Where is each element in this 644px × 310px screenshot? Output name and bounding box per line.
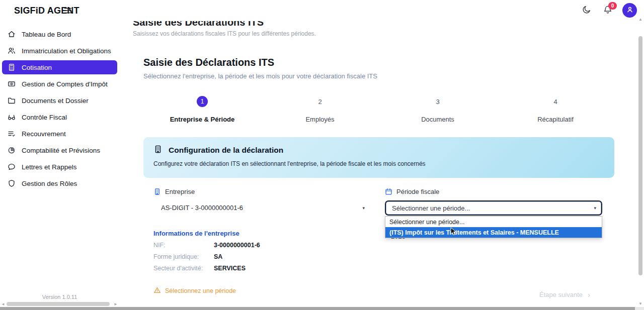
step-recapitulatif[interactable]: 4 Récapitulatif [497,96,614,123]
chat-bubble-icon [7,163,16,171]
sidebar-item-gestion-roles[interactable]: Gestion des Rôles [2,176,117,190]
main-content: Saisie des Déclarations ITS Saisissez vo… [119,21,637,307]
next-step-label: Étape suivante [539,291,583,298]
users-icon [7,47,16,55]
page-scroll-thumb[interactable] [0,307,635,310]
shield-icon [7,179,16,188]
wizard-stepper: 1 Entreprise & Période 2 Employés 3 Docu… [143,96,614,123]
folder-icon [7,96,16,105]
sidebar-horizontal-scrollbar[interactable]: ◄ ► [0,301,119,306]
scroll-down-arrow[interactable]: ▼ [638,301,642,306]
entreprise-label: Entreprise [165,188,195,195]
sidebar-item-comptabilite[interactable]: Comptabilité et Prévisions [2,143,117,157]
company-info-title: Informations de l'entreprise [153,230,366,237]
app-window: SIGFiD AGENT 0 [0,0,644,310]
chevron-right-icon: › [588,290,590,299]
info-value: 3-0000000001-6 [214,242,260,249]
sidebar-item-label: Comptabilité et Prévisions [22,147,100,154]
step-documents[interactable]: 3 Documents [379,96,497,123]
warning-triangle-icon [153,286,161,295]
step-entreprise-periode[interactable]: 1 Entreprise & Période [143,96,261,123]
step-number: 4 [550,96,561,107]
sidebar-item-label: Lettres et Rappels [22,163,77,171]
sidebar-item-label: Documents et Dossier [22,97,89,105]
sidebar-item-label: Contrôle Fiscal [22,114,67,121]
info-label: Secteur d'activité: [153,265,214,272]
topbar-actions: 0 [580,3,637,18]
periode-select-value: Sélectionner une période... [392,204,470,212]
pie-chart-icon [7,146,16,155]
vertical-scrollbar[interactable]: ▲ ▼ [637,15,644,307]
dark-mode-toggle[interactable] [580,4,593,17]
info-row-nif: NIF: 3-0000000001-6 [153,242,366,249]
config-banner-subtitle: Configurez votre déclaration ITS en séle… [153,160,604,167]
info-row-forme-juridique: Forme juridique: SA [153,253,366,260]
periode-label-row: Période fiscale [385,188,602,195]
validation-warning: Sélectionnez une période [153,286,236,295]
calculator-icon [7,63,16,72]
page-subtitle: Saisissez vos déclarations fiscales ITS … [133,30,316,37]
card-icon [7,80,16,88]
sidebar: Tableau de Bord Immatriculation et Oblig… [0,21,119,301]
wizard-title: Saisie des Déclarations ITS [143,57,377,68]
next-step-button[interactable]: Étape suivante › [539,290,590,299]
periode-column: Période fiscale Sélectionner une période… [385,188,602,238]
dropdown-option-its-mensuelle[interactable]: (ITS) Impôt sur les Traitements et Salai… [385,227,602,238]
sidebar-item-label: Recouvrement [22,130,66,138]
entreprise-select[interactable]: AS-DIGIT - 3-0000000001-6 ▾ [153,204,366,212]
periode-dropdown-list: Sélectionner une période... (ITS) Impôt … [385,216,602,238]
scroll-left-arrow[interactable]: ◄ [1,302,5,306]
info-label: Forme juridique: [153,253,214,260]
step-label: Récapitulatif [537,116,574,123]
building-icon [153,188,161,195]
notifications-button[interactable]: 0 [601,4,614,17]
info-label: NIF: [153,242,214,249]
notification-badge: 0 [608,2,617,10]
sidebar-item-recouvrement[interactable]: Recouvrement [2,127,117,141]
wizard-header: Saisie des Déclarations ITS Sélectionnez… [143,57,377,80]
user-avatar[interactable] [622,3,637,18]
scroll-up-arrow[interactable]: ▲ [638,17,642,22]
periode-select[interactable]: Sélectionner une période... ▾ [385,200,602,216]
sidebar-item-label: Cotisation [22,64,52,71]
sidebar-item-immatriculation[interactable]: Immatriculation et Obligations [2,44,117,58]
sidebar-item-lettres-rappels[interactable]: Lettres et Rappels [2,160,117,174]
step-number-badge: 1 [197,96,208,107]
scroll-right-arrow[interactable]: ► [114,302,118,306]
step-employes[interactable]: 2 Employés [261,96,379,123]
config-banner-title: Configuration de la déclaration [169,146,283,155]
sidebar-item-tableau-de-bord[interactable]: Tableau de Bord [2,27,117,41]
sidebar-scroll-thumb[interactable] [7,302,110,306]
topbar: SIGFiD AGENT 0 [0,0,644,21]
page-horizontal-scrollbar[interactable] [0,307,644,310]
hamburger-menu-icon[interactable] [64,7,72,17]
dropdown-option-placeholder[interactable]: Sélectionner une période... [385,217,602,227]
page-header-scrolled: Saisie des Déclarations ITS Saisissez vo… [133,21,316,37]
list-check-icon [7,130,16,138]
chevron-down-icon: ▾ [594,205,596,211]
sidebar-item-label: Gestion de Comptes d'Impôt [22,80,108,88]
step-label: Entreprise & Période [170,116,235,123]
entreprise-label-row: Entreprise [153,188,366,195]
vertical-scroll-thumb[interactable] [638,36,642,275]
entreprise-column: Entreprise AS-DIGIT - 3-0000000001-6 ▾ I… [153,188,366,272]
sidebar-item-controle-fiscal[interactable]: Contrôle Fiscal [2,110,117,124]
calendar-icon [385,188,392,195]
sidebar-item-label: Immatriculation et Obligations [22,47,111,55]
sidebar-item-gestion-comptes[interactable]: Gestion de Comptes d'Impôt [2,77,117,91]
sidebar-nav: Tableau de Bord Immatriculation et Oblig… [0,21,119,190]
sidebar-item-documents-dossier[interactable]: Documents et Dossier [2,93,117,108]
step-number: 2 [314,96,326,107]
sidebar-item-label: Gestion des Rôles [22,180,77,187]
building-icon [153,145,163,156]
moon-icon [582,5,591,16]
periode-label: Période fiscale [396,188,439,195]
info-row-secteur: Secteur d'activité: SERVICES [153,265,366,272]
step-label: Employés [305,116,334,123]
entreprise-select-value: AS-DIGIT - 3-0000000001-6 [161,204,243,212]
info-value: SA [214,253,222,260]
config-banner: Configuration de la déclaration Configur… [143,137,614,178]
sidebar-item-cotisation[interactable]: Cotisation [2,60,117,74]
wizard-subtitle: Sélectionnez l'entreprise, la période et… [143,72,377,80]
person-icon [626,6,634,16]
